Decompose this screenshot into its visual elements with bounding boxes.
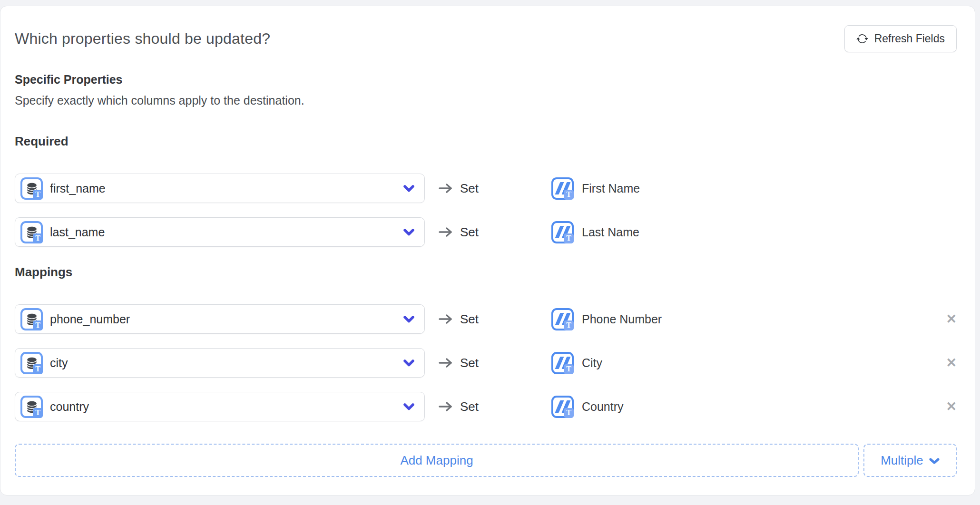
footer-actions: Add Mapping Multiple <box>15 444 957 477</box>
source-column-select[interactable]: T first_name <box>15 174 425 203</box>
destination-type-badge: T <box>564 364 574 374</box>
arrow-right-icon <box>438 183 453 194</box>
destination-type-badge: T <box>564 190 574 200</box>
source-type-badge: T <box>33 320 43 330</box>
destination-cell: T Last Name <box>551 221 942 243</box>
database-column-icon: T <box>20 396 43 418</box>
database-column-icon: T <box>20 352 43 374</box>
destination-field-icon: T <box>551 177 574 200</box>
source-type-badge: T <box>33 408 43 418</box>
operation-cell: Set <box>425 356 551 370</box>
destination-type-badge: T <box>564 320 574 330</box>
database-column-icon: T <box>20 177 43 200</box>
arrow-right-icon <box>438 226 453 238</box>
chevron-down-icon <box>403 229 415 236</box>
destination-field-name: Phone Number <box>582 312 662 326</box>
page-title: Which properties should be updated? <box>15 30 270 48</box>
source-column-select[interactable]: T country <box>15 392 425 421</box>
destination-field-name: First Name <box>582 182 640 195</box>
chevron-down-icon <box>403 359 415 367</box>
operation-cell: Set <box>425 181 551 196</box>
source-column-select[interactable]: T city <box>15 348 425 378</box>
remove-mapping-button[interactable]: ✕ <box>946 400 957 413</box>
refresh-icon <box>856 33 868 45</box>
destination-field-icon: T <box>551 352 574 374</box>
set-label: Set <box>460 181 479 196</box>
source-column-name: last_name <box>50 225 105 239</box>
card-header: Which properties should be updated? Refr… <box>15 25 957 52</box>
destination-field-icon: T <box>551 396 574 418</box>
set-label: Set <box>460 312 479 327</box>
multiple-dropdown-button[interactable]: Multiple <box>863 444 957 477</box>
set-label: Set <box>460 225 479 240</box>
remove-mapping-button[interactable]: ✕ <box>946 313 957 326</box>
operation-cell: Set <box>425 312 551 327</box>
source-column-select[interactable]: T phone_number <box>15 304 425 334</box>
source-column-name: first_name <box>50 182 106 195</box>
destination-type-badge: T <box>564 408 574 418</box>
mapping-sections: Required T first_name Set <box>15 134 957 421</box>
mapping-row: T phone_number Set T Phone Number ✕ <box>15 304 957 334</box>
source-type-badge: T <box>33 364 43 374</box>
source-column-select[interactable]: T last_name <box>15 217 425 247</box>
chevron-down-icon <box>403 403 415 410</box>
section-heading: Required <box>15 134 957 149</box>
arrow-right-icon <box>438 401 453 412</box>
add-mapping-button[interactable]: Add Mapping <box>15 444 859 477</box>
mapping-row: T first_name Set T First Name ✕ <box>15 174 957 203</box>
operation-cell: Set <box>425 225 551 240</box>
mapping-row: T country Set T Country ✕ <box>15 392 957 421</box>
destination-cell: T First Name <box>551 177 942 200</box>
destination-field-name: City <box>582 356 602 370</box>
destination-type-badge: T <box>564 233 574 243</box>
source-column-name: city <box>50 356 68 370</box>
destination-field-name: Country <box>582 400 624 414</box>
destination-field-name: Last Name <box>582 225 639 239</box>
chevron-down-icon <box>403 185 415 192</box>
database-column-icon: T <box>20 308 43 330</box>
section-intro: Specific Properties Specify exactly whic… <box>15 72 957 107</box>
chevron-down-icon <box>403 316 415 323</box>
destination-field-icon: T <box>551 308 574 330</box>
multiple-label: Multiple <box>881 453 923 468</box>
arrow-right-icon <box>438 313 453 325</box>
mapping-row: T city Set T City ✕ <box>15 348 957 378</box>
destination-cell: T City <box>551 352 942 374</box>
database-column-icon: T <box>20 221 43 243</box>
source-column-name: phone_number <box>50 312 130 326</box>
chevron-down-icon <box>929 458 940 464</box>
intro-heading: Specific Properties <box>15 72 957 87</box>
add-mapping-label: Add Mapping <box>400 453 473 468</box>
source-type-badge: T <box>33 190 43 200</box>
set-label: Set <box>460 399 479 414</box>
arrow-right-icon <box>438 357 453 369</box>
section-heading: Mappings <box>15 265 957 280</box>
mapping-row: T last_name Set T Last Name ✕ <box>15 217 957 247</box>
destination-cell: T Phone Number <box>551 308 942 330</box>
refresh-fields-button[interactable]: Refresh Fields <box>844 25 957 52</box>
source-type-badge: T <box>33 233 43 243</box>
refresh-fields-label: Refresh Fields <box>874 32 945 45</box>
destination-cell: T Country <box>551 396 942 418</box>
properties-card: Which properties should be updated? Refr… <box>0 6 975 495</box>
set-label: Set <box>460 356 479 370</box>
source-column-name: country <box>50 400 89 414</box>
intro-description: Specify exactly which columns apply to t… <box>15 93 957 107</box>
operation-cell: Set <box>425 399 551 414</box>
destination-field-icon: T <box>551 221 574 243</box>
remove-mapping-button[interactable]: ✕ <box>946 357 957 369</box>
